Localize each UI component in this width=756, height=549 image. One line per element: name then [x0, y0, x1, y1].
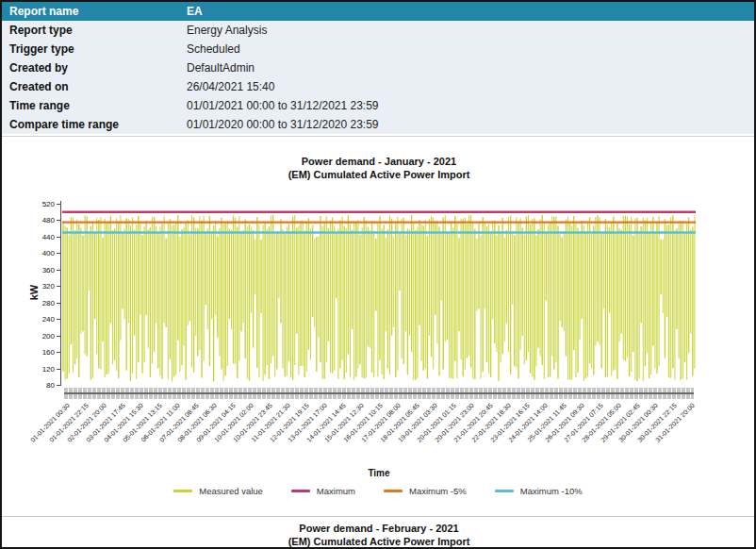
y-axis-tick [57, 270, 61, 271]
y-tick-label: 240 [23, 315, 55, 324]
y-axis-tick [57, 352, 61, 353]
legend-item: Maximum -5% [384, 486, 467, 496]
y-axis-tick [57, 286, 61, 287]
x-axis-title: Time [62, 468, 696, 478]
report-row: Created byDefaultAdmin [2, 58, 754, 77]
y-axis-title: kW [28, 285, 40, 301]
x-axis-line [64, 392, 694, 394]
compare-marker-band [64, 388, 694, 399]
legend-label: Maximum -10% [520, 486, 583, 496]
report-row: Report typeEnergy Analysis [2, 21, 754, 40]
chart2-title-block: Power demand - February - 2021 (EM) Cumu… [62, 522, 696, 548]
report-label-cell: Report type [2, 24, 187, 37]
chart1-subtitle: (EM) Cumulated Active Power Import [62, 168, 696, 181]
report-row: Trigger typeScheduled [2, 40, 754, 58]
legend-label: Measured value [199, 486, 263, 496]
report-value-cell: 26/04/2021 15:40 [187, 80, 274, 93]
y-tick-label: 80 [23, 381, 55, 390]
report-label-cell: Time range [2, 99, 187, 112]
chart-separator [2, 516, 754, 517]
y-tick-label: 160 [23, 348, 55, 357]
report-label-cell: Trigger type [2, 42, 187, 56]
y-axis-tick [57, 253, 61, 254]
legend-swatch [291, 490, 310, 492]
y-axis-tick [57, 237, 61, 238]
report-value-cell: 01/01/2021 00:00 to 31/12/2021 23:59 [187, 99, 379, 112]
y-axis-line [60, 201, 61, 386]
plot-area [62, 204, 696, 385]
report-name-label: Report name [2, 5, 187, 18]
legend-swatch [173, 490, 192, 492]
y-axis-tick [57, 369, 61, 370]
chart1-title: Power demand - January - 2021 [62, 155, 696, 168]
report-page: Report name EA Report typeEnergy Analysi… [0, 0, 756, 549]
y-tick-label: 440 [23, 233, 55, 241]
report-label-cell: Created by [2, 61, 187, 75]
report-value-cell: Energy Analysis [187, 24, 267, 37]
chart-legend: Measured valueMaximumMaximum -5%Maximum … [2, 486, 754, 496]
y-tick-label: 480 [23, 216, 55, 225]
y-axis-tick [57, 303, 61, 304]
legend-item: Measured value [173, 486, 263, 496]
legend-swatch [384, 490, 403, 492]
y-tick-label: 520 [23, 200, 55, 208]
y-tick-label: 360 [23, 266, 55, 274]
y-axis-tick [57, 385, 61, 386]
report-label-cell: Created on [2, 80, 187, 93]
report-value-cell: 01/01/2020 00:00 to 31/12/2020 23:59 [187, 118, 379, 131]
chart1-title-block: Power demand - January - 2021 (EM) Cumul… [62, 155, 696, 181]
report-name-value: EA [187, 5, 203, 18]
chart2-title: Power demand - February - 2021 [62, 522, 696, 535]
report-row: Compare time range01/01/2020 00:00 to 31… [2, 115, 754, 134]
report-value-cell: Scheduled [187, 42, 240, 56]
legend-label: Maximum [317, 486, 355, 496]
legend-item: Maximum [291, 486, 355, 496]
report-table: Report name EA Report typeEnergy Analysi… [2, 2, 754, 134]
report-label-cell: Compare time range [2, 118, 187, 131]
table-chart-separator [2, 136, 754, 137]
y-axis-tick [57, 319, 61, 320]
report-table-header-row: Report name EA [2, 2, 754, 21]
y-axis-tick [57, 336, 61, 337]
report-row: Time range01/01/2021 00:00 to 31/12/2021… [2, 96, 754, 115]
y-axis-tick [57, 204, 61, 205]
legend-swatch [495, 490, 514, 492]
report-row: Created on26/04/2021 15:40 [2, 77, 754, 96]
legend-item: Maximum -10% [495, 486, 583, 496]
legend-label: Maximum -5% [409, 486, 467, 496]
chart2-subtitle: (EM) Cumulated Active Power Import [62, 535, 696, 548]
y-tick-label: 120 [23, 365, 55, 374]
y-tick-label: 200 [23, 332, 55, 341]
y-axis-tick [57, 220, 61, 221]
y-tick-label: 400 [23, 249, 55, 258]
report-value-cell: DefaultAdmin [187, 61, 255, 75]
